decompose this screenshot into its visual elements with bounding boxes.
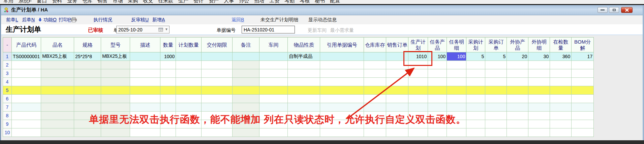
grid-cell[interactable] <box>408 95 428 103</box>
grid-cell[interactable] <box>12 69 41 78</box>
grid-cell[interactable] <box>160 103 176 112</box>
grid-cell[interactable] <box>466 112 485 120</box>
grid-cell[interactable] <box>288 128 320 137</box>
grid-cell[interactable] <box>41 103 74 112</box>
grid-cell[interactable] <box>447 95 466 103</box>
grid-cell[interactable] <box>550 128 572 137</box>
grid-cell[interactable] <box>101 95 130 103</box>
grid-cell[interactable] <box>12 78 41 86</box>
grid-cell[interactable] <box>572 61 594 69</box>
grid-cell[interactable] <box>233 52 259 61</box>
grid-cell[interactable] <box>485 112 507 120</box>
grid-cell[interactable] <box>259 61 288 69</box>
menu-item[interactable]: 往来款 <box>158 0 173 4</box>
grid-cell[interactable] <box>233 78 259 86</box>
grid-cell[interactable] <box>364 86 386 95</box>
grid-cell[interactable] <box>12 112 41 120</box>
grid-cell[interactable] <box>485 69 507 78</box>
grid-cell[interactable] <box>364 52 386 61</box>
grid-cell[interactable]: 1000 <box>160 52 176 61</box>
grid-cell[interactable] <box>572 95 594 103</box>
grid-cell[interactable] <box>12 120 41 128</box>
unaudit-button[interactable]: 反审核U <box>131 17 149 23</box>
grid-cell[interactable] <box>41 86 74 95</box>
show-dynamic-info-button[interactable]: 显示动态信息 <box>308 17 337 23</box>
grid-cell[interactable] <box>550 120 572 128</box>
grid-cell[interactable] <box>74 78 101 86</box>
grid-column-header[interactable]: 外协明细 <box>528 38 550 52</box>
grid-cell[interactable] <box>550 112 572 120</box>
grid-cell[interactable]: TS00000001 <box>12 52 41 61</box>
grid-cell[interactable] <box>408 103 428 112</box>
grid-cell[interactable] <box>12 86 41 95</box>
grid-cell[interactable] <box>74 86 101 95</box>
grid-cell[interactable] <box>101 61 130 69</box>
grid-cell[interactable] <box>428 78 447 86</box>
exec-status-button[interactable]: 执行情况 <box>93 17 112 23</box>
grid-cell[interactable] <box>528 112 550 120</box>
grid-cell[interactable] <box>485 128 507 137</box>
grid-cell[interactable] <box>447 69 466 78</box>
grid-column-header[interactable]: 在检数量 <box>550 38 572 52</box>
grid-cell[interactable] <box>507 86 528 95</box>
grid-cell[interactable]: MBX25上板 <box>41 52 74 61</box>
grid-cell[interactable] <box>176 69 202 78</box>
grid-cell[interactable] <box>364 69 386 78</box>
grid-row-number[interactable]: 8 <box>3 112 12 120</box>
grid-cell[interactable] <box>12 61 41 69</box>
grid-cell[interactable] <box>259 86 288 95</box>
next-doc-button[interactable]: 后单N <box>22 17 35 23</box>
grid-cell[interactable] <box>176 128 202 137</box>
menu-item[interactable]: 人事 <box>224 0 234 4</box>
grid-cell[interactable] <box>202 103 233 112</box>
grid-cell[interactable] <box>550 103 572 112</box>
grid-cell[interactable] <box>320 95 364 103</box>
grid-cell[interactable]: 25*25*8 <box>74 52 101 61</box>
grid-cell[interactable] <box>101 69 130 78</box>
grid-column-header[interactable]: 采购计划 <box>466 38 485 52</box>
grid-cell[interactable] <box>233 61 259 69</box>
grid-cell[interactable] <box>202 95 233 103</box>
grid-cell[interactable] <box>428 95 447 103</box>
grid-cell[interactable] <box>259 78 288 86</box>
menu-item[interactable]: 窗口 <box>37 0 47 4</box>
grid-cell[interactable] <box>202 86 233 95</box>
grid-cell[interactable] <box>408 128 428 137</box>
grid-cell[interactable] <box>320 78 364 86</box>
grid-cell[interactable] <box>101 128 130 137</box>
grid-cell[interactable] <box>74 103 101 112</box>
grid-cell[interactable] <box>41 128 74 137</box>
grid-cell[interactable]: 20 <box>507 52 528 61</box>
grid-row-number[interactable]: 9 <box>3 120 12 128</box>
grid-cell[interactable] <box>466 120 485 128</box>
menu-item[interactable]: 仓库 <box>82 0 92 4</box>
grid-row-number[interactable]: 10 <box>3 128 12 137</box>
menu-item[interactable]: 常用 <box>3 0 13 4</box>
menu-item[interactable]: 销售 <box>97 0 108 4</box>
grid-cell[interactable] <box>233 95 259 103</box>
grid-cell[interactable] <box>408 69 428 78</box>
grid-cell[interactable] <box>447 128 466 137</box>
grid-cell[interactable] <box>176 78 202 86</box>
grid-cell[interactable] <box>202 128 233 137</box>
grid-cell[interactable] <box>447 103 466 112</box>
grid-cell[interactable] <box>288 86 320 95</box>
back-button[interactable]: 返回B <box>232 17 244 23</box>
grid-cell[interactable] <box>233 86 259 95</box>
grid-cell[interactable] <box>428 69 447 78</box>
grid-cell[interactable] <box>160 95 176 103</box>
prev-doc-button[interactable]: 前单L <box>6 17 18 23</box>
grid-cell[interactable] <box>550 61 572 69</box>
grid-cell[interactable] <box>386 86 408 95</box>
menu-item[interactable]: 生产 <box>178 0 188 4</box>
grid-cell[interactable] <box>572 120 594 128</box>
grid-cell[interactable] <box>202 69 233 78</box>
grid-row-number[interactable]: 2 <box>3 61 12 69</box>
function-button[interactable]: 功能O <box>43 17 57 23</box>
grid-cell[interactable] <box>288 78 320 86</box>
grid-cell[interactable] <box>130 128 160 137</box>
menu-item[interactable]: 考核 <box>300 0 310 4</box>
grid-cell[interactable] <box>320 69 364 78</box>
grid-cell[interactable] <box>320 86 364 95</box>
grid-row-number[interactable]: 1 <box>3 52 12 61</box>
